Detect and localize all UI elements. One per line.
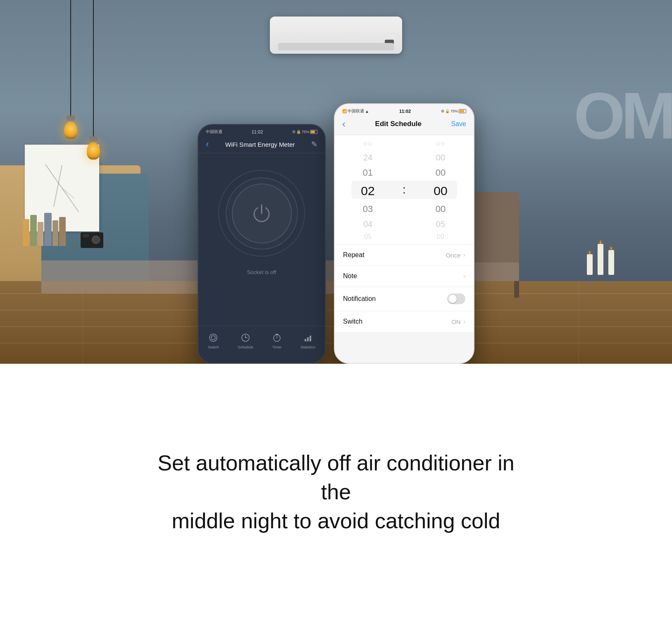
- switch-tab-icon: [209, 333, 218, 343]
- phone-left-title: WiFi Smart Energy Meter: [225, 141, 295, 148]
- phone-right-edit-schedule: 📶 中国联通 ▲ 11:02 ⚙ 🔒 75% ‹ Edit Schedule: [334, 103, 474, 364]
- phone-left-time: 11:02: [252, 129, 263, 134]
- svg-line-0: [54, 165, 62, 207]
- notification-label: Notification: [343, 295, 376, 303]
- tab-statistics-label: Statistics: [300, 345, 315, 349]
- time-hour-05[interactable]: 05: [335, 231, 401, 242]
- tab-switch-label: Switch: [208, 345, 219, 349]
- repeat-label: Repeat: [343, 251, 365, 259]
- hanging-light-right: [87, 0, 100, 161]
- phone-right-battery: ⚙ 🔒 75%: [441, 109, 466, 113]
- phone-left-status-bar: 中国联通 11:02 ⚙ 🔒 75%: [198, 125, 325, 136]
- switch-value: ON: [451, 318, 461, 325]
- room-background: ⊞ OM: [0, 0, 672, 364]
- caption-text: Set automatically off air conditioner in…: [150, 448, 522, 536]
- tab-schedule[interactable]: Schedule: [238, 333, 253, 349]
- time-picker-separator: :: [401, 183, 407, 196]
- tab-timer-label: Timer: [272, 345, 282, 349]
- caption-line2: middle night to avoid catching cold: [172, 509, 500, 533]
- repeat-value-container: Once ›: [446, 251, 465, 259]
- schedule-settings: Repeat Once › Note › Notification: [335, 245, 474, 332]
- hanging-light-left: [64, 0, 77, 141]
- phone-left-edit-button[interactable]: ✎: [311, 140, 317, 149]
- candles: [587, 244, 614, 275]
- switch-setting-label: Switch: [343, 318, 362, 325]
- tab-schedule-label: Schedule: [238, 345, 253, 349]
- bookshelf: [23, 213, 66, 246]
- time-picker-minutes-column[interactable]: ○○ 00 00 00 00 05 00: [407, 137, 474, 242]
- time-picker-hours-column[interactable]: ○○ 24 01 02 03 04 05: [335, 137, 401, 242]
- time-min-00-top[interactable]: 00: [407, 150, 474, 165]
- caption-section: Set automatically off air conditioner in…: [0, 364, 672, 620]
- phone-left-navbar: ‹ WiFi Smart Energy Meter ✎: [198, 136, 325, 153]
- note-chevron-icon: ›: [463, 272, 465, 280]
- power-button-area[interactable]: [198, 153, 325, 265]
- tab-timer[interactable]: Timer: [272, 333, 282, 349]
- time-hour-01[interactable]: 01: [335, 165, 401, 181]
- svg-rect-23: [310, 336, 311, 341]
- time-picker[interactable]: ○○ 24 01 02 03 04 05 : ○○ 00 00: [335, 135, 474, 244]
- bottom-tab-bar: Switch Schedule: [198, 326, 325, 363]
- repeat-chevron-icon: ›: [463, 251, 465, 259]
- tab-statistics[interactable]: Statistics: [300, 333, 315, 349]
- time-hour-03[interactable]: 03: [335, 201, 401, 217]
- time-min-00-below[interactable]: 00: [407, 201, 474, 217]
- phone-right-back-button[interactable]: ‹: [342, 118, 346, 130]
- power-button[interactable]: [232, 184, 292, 243]
- svg-rect-21: [305, 339, 306, 341]
- phone-right-carrier: 📶 中国联通 ▲: [342, 108, 369, 114]
- phones-container: 中国联通 11:02 ⚙ 🔒 75% ‹ WiFi Smart Energy M…: [198, 103, 474, 364]
- switch-chevron-icon: ›: [463, 318, 465, 325]
- timer-tab-icon: [272, 333, 281, 343]
- notification-toggle[interactable]: [447, 293, 465, 304]
- statistics-tab-icon: [303, 333, 312, 343]
- phone-right-time: 11:02: [399, 109, 411, 114]
- phone-left-wifi-meter: 中国联通 11:02 ⚙ 🔒 75% ‹ WiFi Smart Energy M…: [198, 124, 326, 364]
- note-value-container: ›: [463, 272, 465, 280]
- note-row[interactable]: Note ›: [335, 266, 474, 287]
- time-min-05[interactable]: 05: [407, 217, 474, 231]
- power-icon: [249, 201, 274, 226]
- camera: [81, 232, 103, 248]
- time-min-00-selected[interactable]: 00: [407, 181, 474, 201]
- switch-setting-row[interactable]: Switch ON ›: [335, 311, 474, 332]
- svg-point-12: [210, 334, 217, 341]
- phone-left-battery: ⚙ 🔒 75%: [292, 130, 317, 134]
- note-label: Note: [343, 272, 357, 280]
- time-min-00-near[interactable]: 00: [407, 165, 474, 181]
- ac-unit: ⊞: [270, 17, 402, 54]
- svg-line-1: [62, 188, 74, 198]
- switch-value-container: ON ›: [451, 318, 465, 325]
- notification-row[interactable]: Notification: [335, 287, 474, 311]
- tab-switch[interactable]: Switch: [208, 333, 219, 349]
- time-hour-04[interactable]: 04: [335, 217, 401, 231]
- time-hour-02-selected[interactable]: 02: [335, 181, 401, 201]
- schedule-tab-icon: [241, 333, 250, 343]
- phone-left-back-button[interactable]: ‹: [206, 139, 209, 150]
- phone-right-status-bar: 📶 中国联通 ▲ 11:02 ⚙ 🔒 75%: [335, 104, 474, 116]
- phone-left-carrier: 中国联通: [206, 129, 222, 135]
- time-min-ghost-top: ○○: [407, 137, 474, 150]
- caption-line1: Set automatically off air conditioner in…: [157, 451, 514, 504]
- ac-logo-badge: ⊞: [385, 40, 394, 49]
- phone-right-title: Edit Schedule: [375, 120, 422, 128]
- repeat-row[interactable]: Repeat Once ›: [335, 245, 474, 266]
- time-hour-24[interactable]: 24: [335, 150, 401, 165]
- wall-decoration-letters: OM: [574, 83, 672, 149]
- phone-right-save-button[interactable]: Save: [451, 120, 466, 128]
- phone-right-navbar: ‹ Edit Schedule Save: [335, 116, 474, 135]
- svg-rect-22: [307, 337, 309, 341]
- svg-point-13: [211, 336, 215, 340]
- repeat-value: Once: [446, 252, 461, 259]
- time-hour-ghost-top: ○○: [335, 137, 401, 150]
- time-min-00-far[interactable]: 00: [407, 231, 474, 242]
- socket-status-text: Socket is off: [198, 269, 325, 275]
